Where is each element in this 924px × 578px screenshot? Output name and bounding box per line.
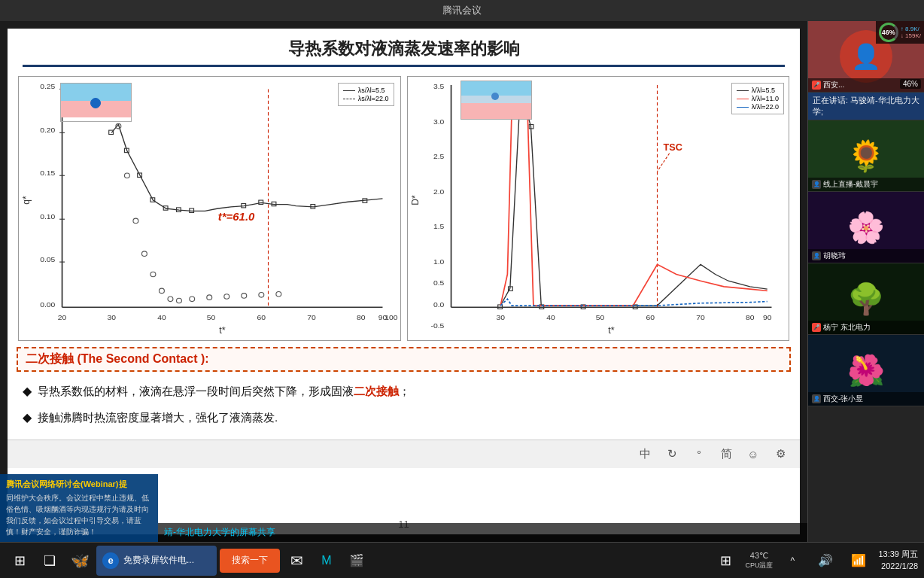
person-icon-2: 👤: [812, 180, 821, 189]
second-contact-banner: 二次接触 (The Second Contact ):: [17, 347, 791, 372]
svg-text:1.0: 1.0: [433, 258, 444, 266]
video-button[interactable]: 🎬: [343, 547, 370, 574]
svg-point-48: [207, 295, 212, 300]
down-speed: ↓ 159K/: [901, 32, 921, 39]
svg-text:80: 80: [357, 313, 366, 321]
svg-text:40: 40: [157, 313, 166, 321]
speaking-text: 正在讲话: 马骏靖-华北电力大学;: [813, 96, 919, 116]
svg-point-45: [168, 297, 173, 302]
svg-text:70: 70: [307, 313, 316, 321]
second-contact-title: 二次接触 (The Second Contact ):: [26, 352, 209, 365]
svg-point-46: [177, 298, 182, 303]
svg-text:0.10: 0.10: [40, 212, 56, 221]
svg-text:0.25: 0.25: [40, 83, 56, 91]
toolbar-btn-emoji[interactable]: ☺: [743, 443, 764, 464]
svg-point-40: [124, 173, 129, 178]
left-chart-thumbnail: [60, 83, 132, 122]
slide-toolbar: 中 ↻ ° 简 ☺ ⚙: [8, 440, 800, 468]
svg-text:50: 50: [207, 313, 216, 321]
svg-text:D*: D*: [409, 195, 420, 205]
svg-text:50: 50: [595, 313, 604, 321]
email-button[interactable]: ✉: [283, 547, 310, 574]
left-chart-legend: λs/λl=5.5 λs/λl=22.0: [338, 83, 394, 106]
svg-point-49: [224, 294, 229, 300]
right-chart-inner: λ/λl=5.5 λ/λl=11.0 λ/λl=22.0: [408, 77, 789, 340]
slide-bullets: ◆ 导热系数低的材料，液滴在悬浮一段时间后突然下降，形成固液二次接触； ◆ 接触…: [8, 375, 800, 440]
right-sidebar: 👤 46% ↑ 8.9K/ ↓ 159K/ 🎤 西安... 46% 正在讲话: …: [807, 21, 924, 542]
notification-text: 同维护大会秩序。会议过程中禁止违规、低俗色情、吸烟酗酒等内现违规行为请及时向我们…: [6, 492, 152, 537]
butterfly-button[interactable]: 🦋: [66, 547, 93, 574]
svg-text:-0.5: -0.5: [430, 321, 444, 330]
search-label: 搜索一下: [232, 554, 268, 567]
speaker-button[interactable]: 🔊: [812, 547, 839, 574]
network-status-overlay: 46% ↑ 8.9K/ ↓ 159K/: [876, 21, 924, 44]
app-title: 腾讯会议: [442, 4, 482, 17]
svg-text:0.5: 0.5: [433, 278, 444, 287]
svg-line-75: [657, 154, 669, 172]
sharing-label-text: 靖-华北电力大学的屏幕共享: [164, 526, 275, 539]
bullet-1: ◆ 导热系数低的材料，液滴在悬浮一段时间后突然下降，形成固液二次接触；: [23, 381, 785, 403]
search-button[interactable]: 搜索一下: [220, 549, 280, 573]
speaking-bar: 正在讲话: 马骏靖-华北电力大学;: [808, 93, 924, 120]
cpu-temp: 43℃ CPU温度: [745, 551, 773, 570]
right-chart-legend: λ/λl=5.5 λ/λl=11.0 λ/λl=22.0: [731, 83, 784, 114]
bullet-2: ◆ 接触沸腾时热流密度显著增大，强化了液滴蒸发.: [23, 407, 785, 429]
right-legend-2: λ/λl=11.0: [737, 95, 779, 102]
svg-point-47: [190, 297, 195, 302]
svg-text:70: 70: [696, 313, 705, 321]
svg-text:0.05: 0.05: [40, 255, 56, 263]
taskbar-clock: 13:39 周五 2022/1/28: [878, 549, 918, 572]
tray-expand-button[interactable]: ^: [779, 547, 806, 574]
browser-app[interactable]: e 免费录屏软件电...: [96, 546, 217, 576]
svg-text:60: 60: [646, 313, 655, 321]
apps-tray-button[interactable]: ⊞: [712, 547, 739, 574]
browser-label: 免费录屏软件电...: [123, 554, 194, 567]
mic-icon-4: 🎤: [812, 323, 821, 332]
legend-item-1: λs/λl=5.5: [343, 87, 389, 94]
svg-text:90: 90: [762, 313, 771, 321]
svg-point-50: [242, 294, 247, 299]
toolbar-btn-rotate[interactable]: ↻: [661, 443, 682, 464]
mic-muted-icon-1: 🎤: [812, 81, 821, 90]
toolbar-btn-zhong[interactable]: 中: [634, 443, 655, 464]
svg-text:2.5: 2.5: [433, 153, 444, 161]
browser-icon: e: [102, 552, 119, 569]
svg-point-51: [259, 293, 264, 298]
person-icon-5: 👤: [812, 394, 821, 403]
network-speeds: ↑ 8.9K/ ↓ 159K/: [901, 26, 921, 39]
svg-text:100: 100: [384, 313, 398, 321]
svg-point-43: [150, 272, 156, 277]
title-bar: 腾讯会议: [0, 0, 924, 21]
person-icon-3: 👤: [812, 251, 821, 260]
participant-card-1: 👤 46% ↑ 8.9K/ ↓ 159K/ 🎤 西安... 46%: [808, 21, 924, 93]
svg-text:0.20: 0.20: [40, 126, 56, 135]
svg-text:3.5: 3.5: [433, 83, 444, 91]
up-speed: ↑ 8.9K/: [901, 26, 921, 32]
left-chart-inner: λs/λl=5.5 λs/λl=22.0: [19, 77, 400, 340]
svg-point-52: [276, 291, 281, 297]
start-button[interactable]: ⊞: [6, 547, 33, 574]
svg-text:t*=61.0: t*=61.0: [218, 211, 255, 224]
left-chart: λs/λl=5.5 λs/λl=22.0: [18, 76, 401, 341]
task-view-button[interactable]: ❏: [36, 547, 63, 574]
participant-card-4: 🌳 🎤 杨宁 东北电力: [808, 263, 924, 335]
taskbar: ⊞ ❏ 🦋 e 免费录屏软件电... 搜索一下 ✉ M 🎬 ⊞ 43℃ CPU温…: [0, 542, 924, 578]
slide-title: 导热系数对液滴蒸发速率的影响: [23, 29, 785, 67]
toolbar-btn-degree[interactable]: °: [688, 443, 710, 464]
svg-text:t*: t*: [608, 326, 615, 336]
svg-point-41: [133, 218, 138, 224]
toolbar-btn-settings[interactable]: ⚙: [770, 443, 791, 464]
participant-name-2: 👤 线上直播-戴晨宇: [808, 178, 924, 191]
toolbar-btn-jian[interactable]: 简: [716, 443, 737, 464]
svg-point-44: [159, 288, 164, 294]
slide-container: 导热系数对液滴蒸发速率的影响: [8, 29, 800, 534]
svg-text:t*: t*: [219, 326, 226, 336]
svg-text:0.15: 0.15: [40, 169, 56, 177]
svg-text:40: 40: [546, 313, 555, 321]
legend-item-2: λs/λl=22.0: [343, 95, 389, 102]
meet-button[interactable]: M: [313, 547, 340, 574]
network-circle: 46%: [879, 23, 898, 42]
network-button[interactable]: 📶: [845, 547, 872, 574]
svg-point-42: [141, 251, 147, 257]
right-chart: λ/λl=5.5 λ/λl=11.0 λ/λl=22.0: [407, 76, 790, 341]
